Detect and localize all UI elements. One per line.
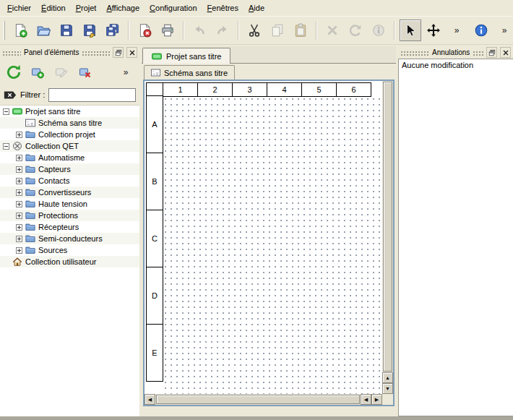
open-project-button[interactable]	[33, 20, 54, 41]
dock-grip[interactable]	[400, 50, 429, 56]
scrollbar-corner	[382, 394, 393, 405]
tree-item-recepteurs[interactable]: Récepteurs	[0, 221, 139, 233]
menu-fenetres[interactable]: Fenêtres	[202, 1, 243, 14]
scroll-left-button[interactable]: ◀	[145, 394, 155, 405]
diagram-view[interactable]: 1 2 3 4 5 6 A B C D E ▲ ▼	[143, 80, 395, 406]
scroll-up-button[interactable]: ▲	[382, 372, 393, 383]
expander-minus-icon[interactable]	[3, 143, 9, 150]
tree-item-schema[interactable]: Schéma sans titre	[0, 117, 139, 129]
tree-item-semi-conducteurs[interactable]: Semi-conducteurs	[0, 233, 139, 244]
selection-mode-button[interactable]	[400, 20, 421, 41]
row-header: A	[146, 95, 163, 153]
panel-extension-button[interactable]: »	[116, 62, 136, 82]
expander-plus-icon[interactable]	[16, 213, 22, 219]
menu-edition[interactable]: Édition	[36, 1, 71, 14]
expander-plus-icon[interactable]	[16, 132, 22, 138]
save-button[interactable]	[56, 20, 77, 41]
tab-projet-sans-titre[interactable]: Projet sans titre	[142, 48, 230, 64]
dock-close-button[interactable]	[126, 47, 137, 58]
save-as-button[interactable]	[79, 20, 100, 41]
tree-item-label: Récepteurs	[38, 223, 79, 231]
new-element-button[interactable]	[27, 62, 48, 82]
menu-configuration[interactable]: Configuration	[145, 1, 202, 14]
dock-grip[interactable]	[2, 50, 21, 56]
tree-item-collection-projet[interactable]: Collection projet	[0, 129, 139, 140]
new-document-button[interactable]	[9, 20, 31, 41]
cut-button[interactable]	[243, 20, 265, 41]
toolbar-extension-button[interactable]: »	[446, 20, 467, 41]
about-qet-button[interactable]	[470, 20, 492, 41]
expander-plus-icon[interactable]	[16, 178, 22, 184]
scrollbar-thumb[interactable]	[383, 82, 392, 372]
folder-icon	[25, 129, 35, 140]
dock-grip[interactable]	[82, 50, 110, 56]
horizontal-scrollbar[interactable]: ◀ ◀ ▶	[145, 394, 382, 405]
delete-button[interactable]	[322, 20, 343, 41]
scroll-down-button[interactable]: ▼	[382, 383, 393, 394]
tree-item-capteurs[interactable]: Capteurs	[0, 163, 139, 175]
tree-item-protections[interactable]: Protections	[0, 210, 139, 221]
scrollbar-thumb[interactable]	[156, 395, 360, 404]
tree-item-automatisme[interactable]: Automatisme	[0, 152, 139, 163]
toolbar-handle[interactable]	[4, 21, 5, 40]
menubar: Fichier Édition Projet Affichage Configu…	[0, 0, 513, 16]
column-header: 6	[336, 82, 371, 97]
tree-item-collection-utilisateur[interactable]: Collection utilisateur	[0, 256, 139, 267]
tree-item-convertisseurs[interactable]: Convertisseurs	[0, 187, 139, 198]
tree-item-label: Automatisme	[38, 153, 85, 162]
toolbar-separator	[238, 21, 239, 40]
undo-button[interactable]	[189, 20, 210, 41]
menu-aide[interactable]: Aide	[243, 1, 270, 14]
save-all-button[interactable]	[102, 20, 124, 41]
redo-button[interactable]	[212, 20, 233, 41]
print-button[interactable]	[157, 20, 178, 41]
expander-plus-icon[interactable]	[16, 236, 22, 242]
scroll-right-button[interactable]: ▶	[371, 394, 382, 405]
filter-input[interactable]	[48, 88, 136, 102]
expander-plus-icon[interactable]	[16, 166, 22, 173]
about-info-icon	[474, 23, 488, 38]
scroll-left-button-2[interactable]: ◀	[361, 394, 371, 405]
dock-float-button[interactable]	[113, 47, 124, 58]
elements-panel-title: Panel d'éléments	[24, 48, 79, 56]
expander-plus-icon[interactable]	[16, 155, 22, 161]
expander-plus-icon[interactable]	[16, 189, 22, 196]
edit-element-button[interactable]	[51, 62, 72, 82]
drag-mode-button[interactable]	[423, 20, 444, 41]
undo-history-list[interactable]: Aucune modification	[398, 59, 513, 416]
scrollbar-track[interactable]	[155, 394, 361, 405]
tree-item-haute-tension[interactable]: Haute tension	[0, 198, 139, 210]
expander-plus-icon[interactable]	[16, 201, 22, 207]
dock-close-button[interactable]	[500, 47, 511, 58]
tree-item-project[interactable]: Projet sans titre	[0, 106, 139, 117]
column-header: 1	[163, 82, 198, 97]
expander-minus-icon[interactable]	[3, 108, 9, 115]
diagram-canvas[interactable]: 1 2 3 4 5 6 A B C D E	[145, 81, 382, 394]
tree-item-collection-qet[interactable]: Collection QET	[0, 140, 139, 152]
tree-item-sources[interactable]: Sources	[0, 244, 139, 256]
scrollbar-track[interactable]	[382, 81, 393, 372]
copy-button[interactable]	[267, 20, 288, 41]
rotate-button[interactable]	[345, 20, 366, 41]
paste-button[interactable]	[290, 20, 311, 41]
menu-affichage[interactable]: Affichage	[101, 1, 145, 14]
dock-grip[interactable]	[473, 50, 483, 56]
clear-filter-button[interactable]	[4, 90, 17, 100]
close-document-icon	[137, 23, 152, 38]
element-info-button[interactable]	[368, 20, 389, 41]
reload-collections-button[interactable]	[4, 62, 24, 82]
menu-fichier[interactable]: Fichier	[2, 1, 36, 14]
delete-element-button[interactable]	[75, 62, 95, 82]
vertical-scrollbar[interactable]: ▲ ▼	[382, 81, 393, 394]
toolbar-extension-button-2[interactable]: »	[493, 20, 513, 41]
elements-tree[interactable]: Projet sans titre Schéma sans titre Coll…	[0, 105, 139, 416]
expander-plus-icon[interactable]	[16, 247, 22, 254]
tree-item-contacts[interactable]: Contacts	[0, 175, 139, 187]
close-project-button[interactable]	[134, 20, 155, 41]
schema-icon	[25, 118, 35, 128]
tab-schema-sans-titre[interactable]: Schéma sans titre	[144, 65, 235, 80]
grid-dots	[163, 96, 382, 394]
menu-projet[interactable]: Projet	[71, 1, 102, 14]
expander-plus-icon[interactable]	[16, 224, 22, 231]
dock-float-button[interactable]	[486, 47, 497, 58]
